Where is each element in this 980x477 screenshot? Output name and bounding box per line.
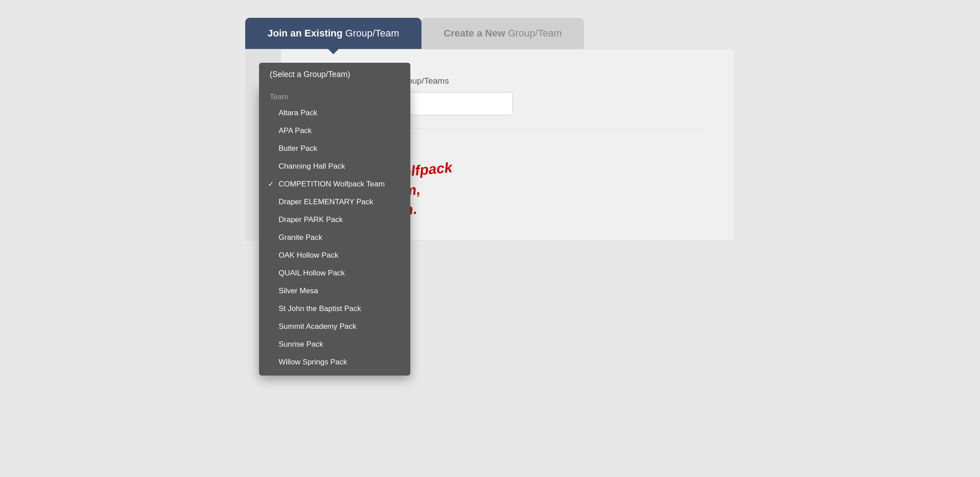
tab-create-normal: Group/Team xyxy=(505,28,562,39)
dropdown-item-altara[interactable]: Altara Pack xyxy=(259,104,410,122)
dropdown-item-draper-park[interactable]: Draper PARK Pack xyxy=(259,211,410,229)
dropdown-item-stjohn[interactable]: St John the Baptist Pack xyxy=(259,300,410,318)
dropdown-item-draper-elem[interactable]: Draper ELEMENTARY Pack xyxy=(259,193,410,211)
tab-join-normal: Group/Team xyxy=(343,28,399,39)
dropdown-item-oak[interactable]: OAK Hollow Pack xyxy=(259,247,410,264)
dropdown-item-quail[interactable]: QUAIL Hollow Pack xyxy=(259,264,410,282)
dropdown-item-apa[interactable]: APA Pack xyxy=(259,122,410,140)
dropdown-group-label: Team xyxy=(259,89,410,104)
dropdown-item-summit[interactable]: Summit Academy Pack xyxy=(259,318,410,336)
dropdown-trigger[interactable]: (Select a Group/Team) xyxy=(259,63,410,86)
tab-join-existing[interactable]: Join an Existing Group/Team xyxy=(245,18,421,49)
dropdown-container: (Select a Group/Team) Team Altara Pack A… xyxy=(259,63,410,376)
dropdown-item-silver[interactable]: Silver Mesa xyxy=(259,282,410,300)
dropdown-item-competition[interactable]: COMPETITION Wolfpack Team xyxy=(259,175,410,193)
tab-create-new[interactable]: Create a New Group/Team xyxy=(421,18,584,49)
dropdown-item-sunrise[interactable]: Sunrise Pack xyxy=(259,336,410,353)
dropdown-item-channing[interactable]: Channing Hall Pack xyxy=(259,158,410,175)
tab-join-bold: Join an Existing xyxy=(267,28,343,39)
tab-create-bold: Create a New xyxy=(444,28,505,39)
dropdown-menu: Team Altara Pack APA Pack Butler Pack Ch… xyxy=(259,86,410,376)
main-content: (Select a Group/Team) Team Altara Pack A… xyxy=(245,49,735,241)
dropdown-item-butler[interactable]: Butler Pack xyxy=(259,140,410,158)
dropdown-item-willow[interactable]: Willow Springs Pack xyxy=(259,353,410,371)
tabs-row: Join an Existing Group/Team Create a New… xyxy=(245,18,735,49)
page-container: Join an Existing Group/Team Create a New… xyxy=(245,18,735,241)
dropdown-item-granite[interactable]: Granite Pack xyxy=(259,229,410,247)
